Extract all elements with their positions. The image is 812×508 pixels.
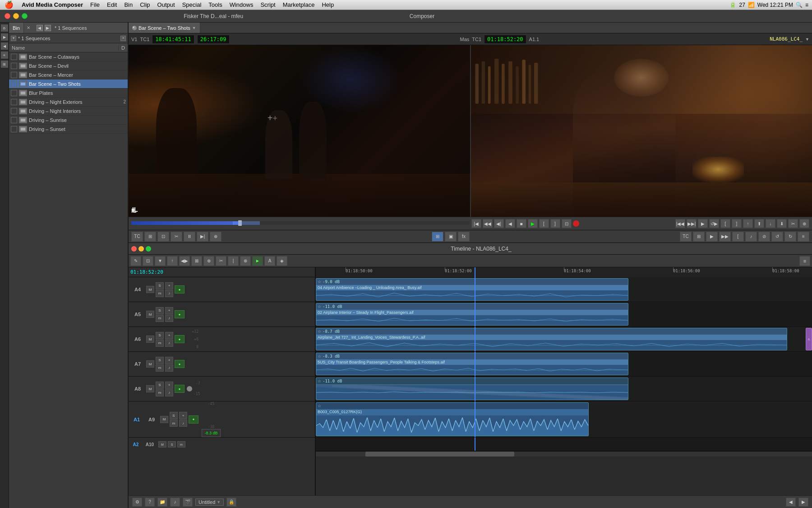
mark-in-button[interactable]: [ <box>539 219 549 228</box>
source-monitor[interactable]: + IL <box>129 45 471 217</box>
status-zoom-out-btn[interactable]: ▶ <box>798 498 808 507</box>
track-a8-add[interactable]: + <box>165 382 173 389</box>
pause-btn[interactable]: ⏸ <box>184 232 195 242</box>
nla-dropdown[interactable]: ▼ <box>805 37 809 42</box>
goto-start-button[interactable]: |◀ <box>471 219 481 228</box>
mark-out-button[interactable]: ] <box>550 219 560 228</box>
bin-item-twoshots[interactable]: Bar Scene – Two Shots <box>9 79 128 89</box>
mark-clip-button[interactable]: ⊡ <box>562 219 572 228</box>
loop-btn[interactable]: ⊞ <box>144 232 156 242</box>
dual-btn[interactable]: ⊡ <box>157 232 169 242</box>
bin-item-devil[interactable]: Bar Scene – Devil <box>9 61 128 70</box>
audio-clip-a4[interactable]: ☆ -9.0 dB 04 Airport Ambience –Loading _… <box>316 278 628 301</box>
status-seq-dropdown[interactable]: ▼ <box>217 500 221 504</box>
left-icon-4[interactable]: ≡ <box>1 51 8 59</box>
menu-edit[interactable]: Edit <box>103 0 120 9</box>
track-a8-rec[interactable]: ● <box>175 385 185 393</box>
menu-btn[interactable]: ≡ <box>798 232 809 242</box>
tc-2-btn[interactable]: TC <box>680 232 692 242</box>
bin-item-check[interactable] <box>11 81 17 87</box>
track-a6-add[interactable]: + <box>165 332 173 339</box>
splice-in-btn[interactable]: ↓ <box>766 219 775 228</box>
audio-clip-a5[interactable]: ☆ -11.0 dB 02 Airplane Interior – Steady… <box>316 303 628 326</box>
track-a5-monitor[interactable]: M <box>146 311 154 318</box>
bin-item-sunset[interactable]: Driving – Sunset <box>9 125 128 134</box>
audio-clip-a8[interactable]: ☆ -11.0 dB <box>316 378 628 400</box>
status-media-btn[interactable]: 📁 <box>157 498 167 507</box>
mute-btn[interactable]: ⊘ <box>758 232 770 242</box>
status-help-btn[interactable]: ? <box>145 498 155 507</box>
bin-item-check[interactable] <box>11 90 17 96</box>
menu-clip[interactable]: Clip <box>136 0 153 9</box>
track-a8-mute[interactable]: m <box>156 389 164 396</box>
track-a8-monitor[interactable]: M <box>146 385 154 392</box>
left-icon-3[interactable]: ◀ <box>1 42 8 50</box>
status-audio-btn[interactable]: ♪ <box>170 498 180 507</box>
bin-item-blur[interactable]: Blur Plates <box>9 89 128 98</box>
tl-segment-btn[interactable]: ⊡ <box>143 256 153 266</box>
track-a9-add[interactable]: + <box>179 412 187 419</box>
timeline-content[interactable]: 01:18:50:00 01:18:52:00 01:18:54:00 01:1… <box>316 267 812 495</box>
video-mixer-btn[interactable]: ▣ <box>445 232 457 242</box>
tl-auto-btn[interactable]: A <box>264 256 275 266</box>
track-a5-vol[interactable]: ♪ <box>165 315 173 322</box>
record-button[interactable] <box>573 220 579 227</box>
timeline-horizontal-scrollbar[interactable] <box>316 451 812 457</box>
overwrite-btn[interactable]: ⬇ <box>777 219 787 228</box>
bin-item-check[interactable] <box>11 54 17 60</box>
track-a9-content[interactable]: ☆ B003_C005_0127RK(G) <box>316 401 812 438</box>
play-reverse-button[interactable]: ◀ <box>505 219 515 228</box>
trim-btn2[interactable]: ✂ <box>171 232 182 242</box>
tl-ripple-btn[interactable]: ⊕ <box>203 256 214 266</box>
menu-special[interactable]: Special <box>179 0 205 9</box>
effect-btn[interactable]: fx <box>458 232 470 242</box>
trim-btn[interactable]: ✂ <box>788 219 798 228</box>
track-a7-mute[interactable]: m <box>156 364 164 372</box>
track-a4-monitor[interactable]: M <box>146 286 154 293</box>
play4-btn[interactable]: ▶▶ <box>719 232 731 242</box>
tl-link-btn[interactable]: ⊗ <box>240 256 251 266</box>
extract-btn[interactable]: ⬆ <box>754 219 764 228</box>
bin-item-check[interactable] <box>11 63 17 69</box>
splice-btn[interactable]: ⊕ <box>210 232 221 242</box>
track-a10-content[interactable] <box>316 438 812 451</box>
track-a5-mute[interactable]: m <box>156 315 164 322</box>
prev-frame-button[interactable]: ◀| <box>494 219 504 228</box>
bin-item-sunrise[interactable]: Driving – Sunrise <box>9 116 128 125</box>
status-zoom-in-btn[interactable]: ◀ <box>786 498 796 507</box>
close-button[interactable] <box>5 13 10 19</box>
timecode-left[interactable]: 18:41:45:11 <box>152 35 194 44</box>
composer-tab[interactable]: ✕ Bar Scene – Two Shots ▼ <box>129 23 200 33</box>
bin-nav-left[interactable]: ◀ <box>37 25 43 31</box>
track-a9-rec[interactable]: ● <box>189 415 198 424</box>
vol-btn[interactable]: ♪ <box>745 232 757 242</box>
tl-lift-btn[interactable]: ▼ <box>155 256 166 266</box>
menu-avid[interactable]: Avid Media Composer <box>18 0 87 9</box>
apple-menu[interactable]: 🍎 <box>0 0 18 9</box>
bin-item-mercer[interactable]: Bar Scene – Mercer <box>9 70 128 79</box>
status-clip-btn[interactable]: 🎬 <box>183 498 193 507</box>
play-btn2[interactable]: ▶ <box>698 219 708 228</box>
step-back-button[interactable]: ◀◀ <box>483 219 493 228</box>
tl-menu-btn[interactable]: ≡ <box>799 256 810 266</box>
record-monitor[interactable] <box>471 45 812 217</box>
track-a10-mute[interactable]: m <box>177 441 185 447</box>
bin-item-check[interactable] <box>11 117 17 123</box>
loop2-btn[interactable]: ⊞ <box>693 232 705 242</box>
timeline-scrollbar-thumb[interactable] <box>365 452 514 457</box>
add-edit-btn[interactable]: ⊕ <box>799 219 809 228</box>
undo-btn[interactable]: ↺ <box>771 232 783 242</box>
track-a4-vol[interactable]: ♪ <box>165 290 173 297</box>
track-a4-add[interactable]: + <box>165 282 173 289</box>
tl-marker-btn[interactable]: ◈ <box>277 256 287 266</box>
current-timecode-display[interactable]: 01:18:52:20 <box>129 267 316 277</box>
status-lock-btn[interactable]: 🔒 <box>226 498 236 507</box>
tc-btn[interactable]: TC <box>131 232 143 242</box>
bin-item-check[interactable] <box>11 99 17 105</box>
redo-btn[interactable]: ↻ <box>784 232 796 242</box>
sequences-collapse-btn[interactable]: ▼ <box>11 36 16 41</box>
menu-windows[interactable]: Windows <box>226 0 257 9</box>
track-a5-content[interactable]: ☆ -11.0 dB 02 Airplane Interior – Steady… <box>316 302 812 327</box>
audio-clip-a6[interactable]: ☆ -8.7 dB Airplane_Jet 727_ Int_Landing_… <box>316 328 787 350</box>
audio-clip-a6-small[interactable]: A <box>806 328 812 350</box>
